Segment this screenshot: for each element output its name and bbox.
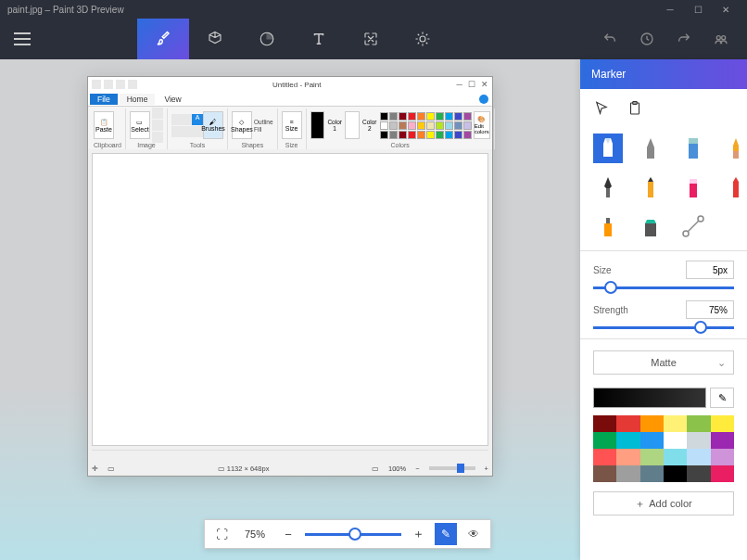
ribbon-color-swatch[interactable]: [380, 112, 388, 121]
palette-swatch[interactable]: [616, 465, 639, 482]
ribbon-color-swatch[interactable]: [454, 131, 462, 139]
ribbon-color-swatch[interactable]: [445, 121, 453, 130]
mspaint-zoom-out[interactable]: −: [415, 465, 419, 473]
ribbon-color-swatch[interactable]: [417, 121, 425, 130]
mspaint-fill-button[interactable]: Fill: [254, 126, 273, 133]
brush-calligraphy[interactable]: [636, 134, 665, 163]
strength-slider[interactable]: [593, 326, 734, 329]
ribbon-color-swatch[interactable]: [380, 121, 388, 130]
mspaint-close-icon[interactable]: ✕: [481, 80, 488, 89]
ribbon-color-swatch[interactable]: [380, 131, 388, 139]
brush-pen[interactable]: [593, 172, 623, 202]
ribbon-color-swatch[interactable]: [445, 112, 453, 121]
zoom-out-button[interactable]: −: [277, 523, 299, 545]
palette-swatch[interactable]: [664, 415, 687, 432]
canvas-tab[interactable]: [345, 19, 397, 59]
ribbon-color-swatch[interactable]: [408, 112, 416, 121]
mspaint-paste-button[interactable]: 📋Paste: [94, 111, 114, 139]
palette-swatch[interactable]: [593, 465, 616, 482]
palette-swatch[interactable]: [711, 465, 734, 482]
palette-swatch[interactable]: [640, 465, 664, 482]
palette-swatch[interactable]: [687, 449, 710, 465]
size-slider[interactable]: [593, 286, 734, 289]
ribbon-color-swatch[interactable]: [389, 121, 398, 130]
brush-fill[interactable]: [636, 211, 665, 241]
palette-swatch[interactable]: [687, 465, 710, 482]
mspaint-text-tool[interactable]: A: [192, 114, 203, 125]
ribbon-color-swatch[interactable]: [463, 131, 472, 139]
ribbon-color-swatch[interactable]: [445, 131, 453, 139]
ribbon-color-swatch[interactable]: [399, 121, 407, 130]
effects-tab[interactable]: [397, 19, 449, 59]
brush-spray[interactable]: [593, 211, 623, 241]
mspaint-tab-home[interactable]: Home: [120, 94, 156, 105]
close-button[interactable]: ✕: [712, 5, 740, 15]
mspaint-color-grid[interactable]: [380, 112, 472, 139]
brushes-tab[interactable]: [137, 19, 189, 59]
zoom-in-button[interactable]: ＋: [407, 523, 429, 545]
palette-swatch[interactable]: [664, 449, 687, 465]
mspaint-editcolors-button[interactable]: 🎨Edit colors: [474, 111, 490, 139]
text-tab[interactable]: [293, 19, 345, 59]
current-color-swatch[interactable]: [593, 388, 706, 408]
palette-swatch[interactable]: [711, 415, 734, 432]
add-color-button[interactable]: ＋Add color: [593, 491, 734, 515]
ribbon-color-swatch[interactable]: [426, 112, 435, 121]
brush-eraser[interactable]: [678, 172, 708, 202]
eyedropper-button[interactable]: ✎: [710, 388, 734, 408]
ribbon-color-swatch[interactable]: [399, 112, 407, 121]
ribbon-color-swatch[interactable]: [426, 121, 435, 130]
ribbon-color-swatch[interactable]: [436, 131, 444, 139]
strength-input[interactable]: [686, 300, 734, 319]
ribbon-color-swatch[interactable]: [426, 131, 435, 139]
brush-line[interactable]: [678, 211, 708, 241]
ribbon-color-swatch[interactable]: [389, 112, 398, 121]
palette-swatch[interactable]: [687, 432, 710, 449]
palette-swatch[interactable]: [711, 432, 734, 449]
ribbon-color-swatch[interactable]: [463, 121, 472, 130]
palette-swatch[interactable]: [616, 415, 639, 432]
ribbon-color-swatch[interactable]: [454, 121, 462, 130]
palette-swatch[interactable]: [687, 415, 710, 432]
mspaint-canvas[interactable]: [92, 153, 488, 446]
select-tool-button[interactable]: [591, 98, 612, 119]
brush-watercolor[interactable]: [721, 134, 747, 163]
history-button[interactable]: [628, 19, 665, 59]
size-input[interactable]: [686, 261, 734, 279]
mspaint-shapes-button[interactable]: ◇Shapes: [232, 111, 252, 139]
mspaint-zoom-slider[interactable]: [429, 466, 475, 470]
zoom-slider[interactable]: [305, 533, 401, 536]
mspaint-select-button[interactable]: ▭Select: [130, 111, 150, 139]
mspaint-hscrollbar[interactable]: [92, 450, 488, 461]
palette-swatch[interactable]: [664, 432, 687, 449]
view-mode-button[interactable]: 👁: [462, 523, 485, 545]
undo-button[interactable]: [591, 19, 628, 59]
redo-button[interactable]: [665, 19, 703, 59]
palette-swatch[interactable]: [664, 465, 687, 482]
palette-swatch[interactable]: [593, 415, 616, 432]
mspaint-tab-view[interactable]: View: [157, 94, 188, 105]
mspaint-resize-button[interactable]: [152, 120, 163, 131]
palette-swatch[interactable]: [616, 449, 639, 465]
ribbon-color-swatch[interactable]: [436, 112, 444, 121]
ribbon-color-swatch[interactable]: [454, 112, 462, 121]
ribbon-color-swatch[interactable]: [408, 121, 416, 130]
maximize-button[interactable]: ☐: [684, 5, 712, 15]
palette-swatch[interactable]: [616, 432, 639, 449]
clipboard-button[interactable]: [625, 98, 645, 119]
mspaint-outline-button[interactable]: Outline: [254, 119, 273, 125]
mspaint-max-icon[interactable]: ☐: [468, 80, 475, 89]
mspaint-size-button[interactable]: ≡Size: [282, 111, 302, 139]
edit-mode-button[interactable]: ✎: [435, 523, 457, 545]
palette-swatch[interactable]: [640, 415, 664, 432]
mspaint-help-icon[interactable]: [479, 95, 488, 104]
palette-swatch[interactable]: [593, 449, 616, 465]
ribbon-color-swatch[interactable]: [408, 131, 416, 139]
mspaint-zoom-in[interactable]: +: [485, 465, 488, 473]
hamburger-menu[interactable]: [0, 19, 44, 59]
ribbon-color-swatch[interactable]: [417, 112, 425, 121]
brush-crayon[interactable]: [721, 172, 747, 202]
community-button[interactable]: [703, 19, 740, 59]
ribbon-color-swatch[interactable]: [417, 131, 425, 139]
brush-marker[interactable]: [593, 134, 623, 163]
